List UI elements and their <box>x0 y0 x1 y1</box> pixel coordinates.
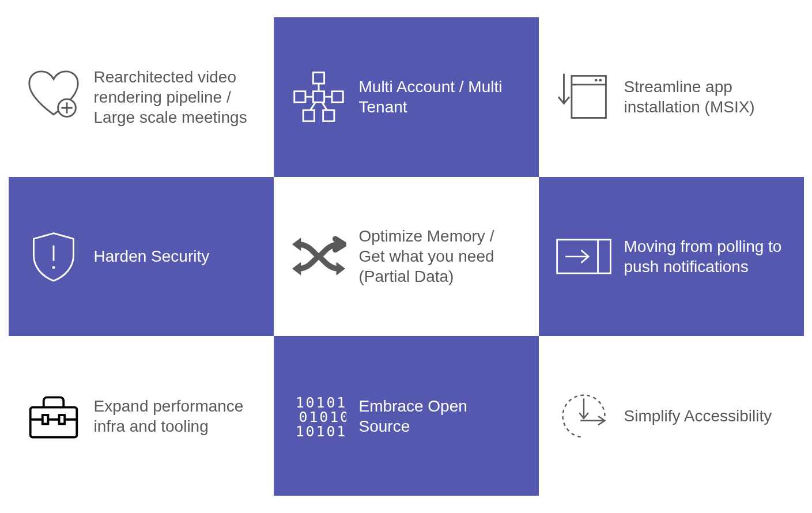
tile-perf-infra: Expand performance infra and tooling <box>9 336 274 496</box>
tile-open-source: 101010 010101 101010 Embrace Open Source <box>274 336 539 496</box>
svg-line-13 <box>322 103 327 110</box>
svg-rect-5 <box>294 92 305 103</box>
arrow-right-box-icon <box>555 228 613 285</box>
svg-marker-22 <box>336 262 345 276</box>
accessibility-arrows-icon <box>555 387 613 445</box>
shuffle-icon <box>290 228 348 285</box>
svg-marker-23 <box>292 237 300 251</box>
tile-label: Embrace Open Source <box>359 396 523 436</box>
tile-optimize-memory: Optimize Memory / Get what you need (Par… <box>274 177 539 337</box>
tile-label: Simplify Accessibility <box>624 406 772 426</box>
tile-harden-security: Harden Security <box>9 177 274 337</box>
tile-push-notifications: Moving from polling to push notification… <box>539 177 804 337</box>
tile-label: Harden Security <box>94 246 210 266</box>
svg-rect-14 <box>571 76 606 118</box>
binary-icon: 101010 010101 101010 <box>290 387 348 445</box>
toolbox-icon <box>25 387 82 445</box>
svg-rect-6 <box>332 92 343 103</box>
tile-msix-install: Streamline app installation (MSIX) <box>539 17 804 177</box>
svg-rect-7 <box>303 110 314 121</box>
shield-alert-icon <box>25 228 82 285</box>
tile-label: Optimize Memory / Get what you need (Par… <box>359 226 523 286</box>
svg-rect-3 <box>313 73 324 84</box>
feature-grid: Rearchitected video rendering pipeline /… <box>9 17 804 496</box>
tile-label: Moving from polling to push notification… <box>624 236 788 277</box>
hierarchy-icon <box>290 68 348 126</box>
svg-line-12 <box>310 103 315 110</box>
svg-rect-8 <box>323 110 334 121</box>
svg-text:101010: 101010 <box>295 423 346 439</box>
svg-point-20 <box>52 266 55 269</box>
svg-point-16 <box>594 79 597 82</box>
svg-point-17 <box>599 79 602 82</box>
tile-label: Multi Account / Multi Tenant <box>359 77 523 117</box>
tile-multi-account: Multi Account / Multi Tenant <box>274 17 539 177</box>
tile-label: Expand performance infra and tooling <box>94 396 258 436</box>
tile-label: Streamline app installation (MSIX) <box>624 77 788 117</box>
heart-plus-icon <box>25 68 82 126</box>
svg-rect-31 <box>59 415 65 424</box>
install-box-icon <box>555 68 613 126</box>
tile-label: Rearchitected video rendering pipeline /… <box>94 67 258 127</box>
svg-rect-30 <box>42 415 48 424</box>
svg-marker-24 <box>292 262 300 276</box>
tile-accessibility: Simplify Accessibility <box>539 336 804 496</box>
svg-rect-4 <box>313 92 324 103</box>
tile-video-pipeline: Rearchitected video rendering pipeline /… <box>9 17 274 177</box>
svg-rect-28 <box>30 407 77 437</box>
